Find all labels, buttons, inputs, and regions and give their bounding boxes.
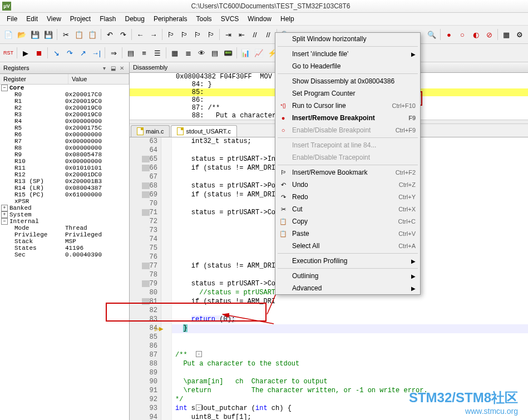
- ctx-undo[interactable]: ↶UndoCtrl+Z: [275, 179, 420, 191]
- bookmark-prev-btn[interactable]: 🏳: [178, 28, 190, 41]
- bp-kill-btn[interactable]: ◐: [470, 28, 482, 41]
- menu-view[interactable]: View: [42, 14, 66, 24]
- memory-btn[interactable]: ▤: [209, 47, 221, 59]
- disasm-window-btn[interactable]: ≡: [138, 47, 150, 59]
- bp-kill-all-btn[interactable]: ⊘: [483, 28, 495, 41]
- registers-title: Registers: [3, 65, 29, 71]
- menu-file[interactable]: File: [2, 14, 22, 24]
- reset-btn[interactable]: RST: [2, 47, 14, 59]
- save-all-btn[interactable]: 💾: [42, 28, 55, 41]
- tab-main-label: main.c: [146, 128, 164, 135]
- comment-btn[interactable]: //: [249, 28, 261, 41]
- step-over-btn[interactable]: ↷: [63, 47, 76, 59]
- debug-btn[interactable]: 🔍: [426, 28, 438, 41]
- uncomment-btn[interactable]: //: [262, 28, 274, 41]
- ctx-set-program-counter[interactable]: Set Program Counter: [275, 87, 420, 100]
- menu-debug[interactable]: Debug: [121, 14, 149, 24]
- ctx-insert-remove-breakpoint[interactable]: ●Insert/Remove BreakpointF9: [275, 112, 420, 124]
- registers-header: Registers ▾ ⬓ ✕: [0, 62, 129, 74]
- toolbar-main: 📄 📂 💾 💾 ✂ 📋 📋 ↶ ↷ ← → 🏳 🏳 🏳 🏳 ⇥ ⇤ // // …: [0, 26, 528, 44]
- col-register[interactable]: Register: [0, 74, 68, 84]
- panel-close-icon[interactable]: ✕: [118, 64, 126, 72]
- menu-window[interactable]: Window: [243, 14, 276, 24]
- menu-edit[interactable]: Edit: [22, 14, 42, 24]
- ctx-run-to-cursor-line[interactable]: *{}Run to Cursor lineCtrl+F10: [275, 100, 420, 112]
- disassembly-title: Disassembly: [133, 64, 167, 71]
- ctx-outlining[interactable]: Outlining▶: [275, 270, 420, 282]
- panel-dropdown-icon[interactable]: ▾: [100, 64, 108, 72]
- config-btn[interactable]: ⚙: [514, 28, 526, 41]
- trace-btn[interactable]: 📈: [253, 47, 265, 59]
- step-out-btn[interactable]: ↗: [77, 47, 89, 59]
- show-next-btn[interactable]: ⇒: [107, 47, 120, 59]
- registers-body[interactable]: −CoreR00x200017C0R10x200019C0R20x200019C…: [0, 85, 129, 420]
- ctx-redo[interactable]: ↷RedoCtrl+Y: [275, 191, 420, 203]
- menu-bar: File Edit View Project Flash Debug Perip…: [0, 13, 528, 26]
- nav-back-btn[interactable]: ←: [134, 28, 146, 41]
- separator: [497, 29, 498, 40]
- ctx-insert-remove-bookmark[interactable]: 🏳Insert/Remove BookmarkCtrl+F2: [275, 166, 420, 179]
- ctx-insert-include-file-[interactable]: Insert '#include file'▶: [275, 48, 420, 60]
- ctx-go-to-headerfile[interactable]: Go to Headerfile: [275, 60, 420, 72]
- ctx-insert-tracepoint-at-line-[interactable]: Insert Tracepoint at line 84...: [275, 139, 420, 151]
- ctx-enable-disable-breakpoint[interactable]: ○Enable/Disable BreakpointCtrl+F9: [275, 124, 420, 136]
- save-btn[interactable]: 💾: [29, 28, 41, 41]
- bookmark-btn[interactable]: 🏳: [165, 28, 177, 41]
- symbol-window-btn[interactable]: ☰: [151, 47, 164, 59]
- nav-fwd-btn[interactable]: →: [147, 28, 160, 41]
- paste-btn[interactable]: 📋: [86, 28, 98, 41]
- panel-pin-icon[interactable]: ⬓: [109, 64, 117, 72]
- run-to-cursor-btn[interactable]: →|: [90, 47, 102, 59]
- window-btn[interactable]: ▦: [500, 28, 512, 41]
- ctx-paste[interactable]: 📋PasteCtrl+V: [275, 228, 420, 240]
- file-icon: [137, 127, 144, 135]
- separator: [219, 29, 220, 40]
- callstack-btn[interactable]: ≣: [182, 47, 194, 59]
- bp-insert-btn[interactable]: ●: [443, 28, 455, 41]
- stop-btn[interactable]: ⏹: [33, 47, 45, 59]
- serial-btn[interactable]: 📟: [222, 47, 234, 59]
- ctx-select-all[interactable]: Select AllCtrl+A: [275, 240, 420, 252]
- analysis-btn[interactable]: 📊: [239, 47, 251, 59]
- indent-btn[interactable]: ⇥: [222, 28, 234, 41]
- copy-btn[interactable]: 📋: [73, 28, 85, 41]
- separator: [17, 47, 17, 58]
- separator: [166, 47, 166, 58]
- bookmark-next-btn[interactable]: 🏳: [191, 28, 204, 41]
- ctx-advanced[interactable]: Advanced▶: [275, 282, 420, 294]
- ctx-split-window-horizontally[interactable]: Split Window horizontally: [275, 33, 420, 45]
- tab-stdout-usart-c[interactable]: stdout_USART.c: [171, 125, 237, 137]
- ctx-execution-profiling[interactable]: Execution Profiling▶: [275, 255, 420, 267]
- watch-btn[interactable]: 👁: [195, 47, 208, 59]
- col-value[interactable]: Value: [68, 74, 129, 84]
- separator: [57, 29, 57, 40]
- ctx-copy[interactable]: 📋CopyCtrl+C: [275, 215, 420, 228]
- undo-btn[interactable]: ↶: [103, 28, 116, 41]
- menu-help[interactable]: Help: [276, 14, 299, 24]
- menu-tools[interactable]: Tools: [192, 14, 216, 24]
- menu-peripherals[interactable]: Peripherals: [149, 14, 192, 24]
- open-btn[interactable]: 📂: [16, 28, 28, 41]
- new-file-btn[interactable]: 📄: [2, 28, 14, 41]
- regs-window-btn[interactable]: ▦: [169, 47, 181, 59]
- separator: [105, 47, 105, 58]
- bookmark-clear-btn[interactable]: 🏳: [205, 28, 217, 41]
- menu-project[interactable]: Project: [66, 14, 95, 24]
- outdent-btn[interactable]: ⇤: [235, 28, 248, 41]
- title-bar: μV C:\Users\TC600\Documents\TEST_STM32F1…: [0, 0, 528, 13]
- step-into-btn[interactable]: ↘: [50, 47, 62, 59]
- menu-flash[interactable]: Flash: [95, 14, 120, 24]
- cmd-window-btn[interactable]: ▤: [125, 47, 137, 59]
- ctx-cut[interactable]: ✂CutCtrl+X: [275, 203, 420, 215]
- separator: [101, 29, 101, 40]
- menu-svcs[interactable]: SVCS: [216, 14, 244, 24]
- ctx-show-disassembly-at-x-[interactable]: Show Disassembly at 0x08004386: [275, 75, 420, 87]
- ctx-enable-disable-tracepoint[interactable]: Enable/Disable Tracepoint: [275, 151, 420, 164]
- redo-btn[interactable]: ↷: [117, 28, 129, 41]
- separator: [47, 47, 48, 58]
- cut-btn[interactable]: ✂: [60, 28, 72, 41]
- run-btn[interactable]: ▶: [19, 47, 32, 59]
- bp-disable-btn[interactable]: ○: [456, 28, 468, 41]
- context-menu: Split Window horizontallyInsert '#includ…: [275, 32, 421, 295]
- tab-main-c[interactable]: main.c: [131, 125, 170, 137]
